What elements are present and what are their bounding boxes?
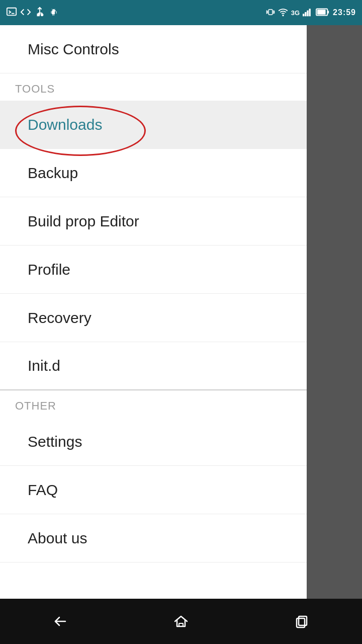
menu-item-initd[interactable]: Init.d (0, 342, 307, 390)
nav-bar (0, 599, 362, 644)
menu-item-downloads[interactable]: Downloads (0, 101, 307, 149)
status-bar: 3G 23:59 (0, 0, 362, 25)
menu-item-about-us[interactable]: About us (0, 514, 307, 562)
recovery-label: Recovery (28, 309, 92, 327)
svg-point-4 (41, 14, 43, 16)
svg-rect-14 (303, 14, 304, 16)
svg-rect-23 (299, 616, 307, 625)
misc-controls-label: Misc Controls (28, 41, 119, 58)
status-bar-left-icons (6, 7, 59, 19)
code-icon (20, 7, 31, 19)
svg-rect-16 (307, 10, 308, 16)
section-header-tools: TOOLS (0, 73, 307, 101)
build-prop-editor-label: Build prop Editor (28, 213, 139, 230)
svg-rect-15 (305, 12, 306, 16)
nav-home-button[interactable] (161, 606, 201, 636)
backup-label: Backup (28, 165, 78, 182)
battery-icon (316, 8, 330, 18)
menu-item-misc-controls[interactable]: Misc Controls (0, 25, 307, 73)
svg-point-13 (283, 15, 284, 16)
main-content: Misc Controls TOOLS Downloads Backup Bui… (0, 25, 307, 619)
usb-icon (34, 7, 45, 19)
menu-item-recovery[interactable]: Recovery (0, 294, 307, 342)
right-overlay (307, 0, 362, 619)
menu-item-backup[interactable]: Backup (0, 149, 307, 197)
menu-item-faq[interactable]: FAQ (0, 466, 307, 514)
nav-recents-button[interactable] (282, 606, 322, 636)
terminal-icon (6, 7, 17, 19)
svg-rect-19 (317, 10, 326, 14)
svg-rect-0 (7, 8, 16, 15)
svg-rect-20 (327, 11, 329, 14)
initd-label: Init.d (28, 357, 60, 374)
about-us-label: About us (28, 530, 87, 547)
menu-item-settings[interactable]: Settings (0, 418, 307, 466)
vibrate-icon (266, 8, 275, 18)
svg-rect-21 (179, 623, 183, 626)
menu-item-profile[interactable]: Profile (0, 246, 307, 294)
status-bar-right-icons: 3G 23:59 (266, 7, 356, 19)
3g-icon: 3G (291, 9, 300, 17)
back-icon (51, 612, 69, 630)
faq-label: FAQ (28, 481, 58, 499)
android-icon (48, 7, 59, 19)
wifi-icon (278, 7, 288, 19)
home-icon (172, 612, 190, 630)
nav-back-button[interactable] (40, 606, 80, 636)
section-header-other: OTHER (0, 390, 307, 418)
signal-icon (303, 8, 313, 18)
downloads-label: Downloads (28, 116, 102, 133)
settings-label: Settings (28, 433, 82, 450)
svg-rect-17 (309, 9, 311, 16)
svg-rect-8 (268, 9, 273, 15)
svg-rect-22 (297, 618, 305, 627)
profile-label: Profile (28, 261, 70, 278)
recents-icon (293, 612, 311, 630)
status-time: 23:59 (333, 8, 356, 17)
menu-item-build-prop-editor[interactable]: Build prop Editor (0, 197, 307, 246)
